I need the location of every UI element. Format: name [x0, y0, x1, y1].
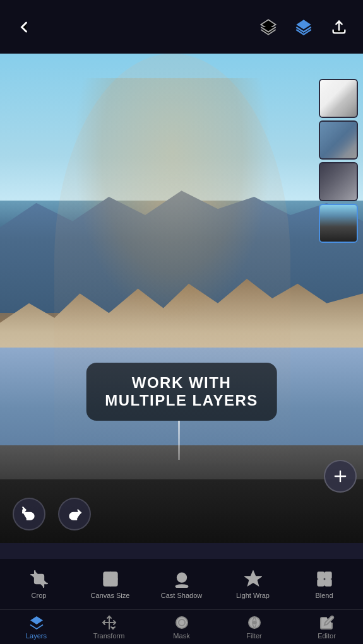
cast-shadow-tool[interactable]: Cast Shadow	[160, 569, 204, 599]
layers-panel	[319, 79, 358, 243]
header-left	[13, 16, 35, 38]
svg-marker-17	[30, 616, 43, 624]
light-wrap-icon	[243, 569, 263, 589]
canvas-size-tool[interactable]: Canvas Size	[88, 569, 133, 599]
redo-button[interactable]	[58, 498, 91, 530]
undo-redo-controls	[13, 498, 91, 530]
layer-thumb-2[interactable]	[319, 120, 358, 160]
nav-filter[interactable]: Filter	[229, 612, 280, 642]
canvas-size-icon	[100, 569, 121, 589]
nav-editor[interactable]: Editor	[302, 612, 352, 642]
canvas-text-overlay: Work with multiple layers	[86, 363, 277, 421]
add-layer-button[interactable]	[324, 460, 357, 493]
nav-filter-label: Filter	[246, 632, 261, 640]
overlay-line1: Work with	[105, 374, 258, 392]
svg-point-11	[177, 573, 186, 582]
svg-rect-16	[325, 580, 331, 585]
bottom-nav: Layers Transform Mask	[0, 609, 363, 644]
overlay-line2: multiple layers	[105, 392, 258, 409]
crop-label: Crop	[32, 592, 47, 599]
svg-rect-15	[318, 580, 323, 585]
light-wrap-label: Light Wrap	[236, 592, 270, 599]
layer-thumb-4[interactable]	[319, 204, 358, 243]
header	[0, 0, 363, 54]
nav-transform[interactable]: Transform	[84, 612, 134, 642]
nav-mask-label: Mask	[173, 632, 189, 640]
cast-shadow-icon	[172, 569, 192, 589]
nav-layers-label: Layers	[26, 632, 47, 640]
undo-button[interactable]	[13, 498, 45, 530]
nav-transform-label: Transform	[93, 632, 125, 640]
crop-tool[interactable]: Crop	[17, 569, 61, 599]
back-button[interactable]	[13, 16, 35, 38]
blend-icon	[314, 569, 335, 589]
mask-nav-icon	[174, 614, 190, 631]
nav-layers[interactable]: Layers	[11, 612, 62, 642]
header-right	[257, 16, 350, 38]
layer-thumb-1[interactable]	[319, 79, 358, 118]
nav-editor-label: Editor	[318, 632, 336, 640]
editor-nav-icon	[319, 614, 335, 631]
layers-filled-icon[interactable]	[292, 16, 315, 38]
nav-mask[interactable]: Mask	[157, 612, 207, 642]
svg-rect-14	[325, 573, 331, 578]
canvas-area: Work with multiple layers	[0, 54, 363, 543]
cast-shadow-label: Cast Shadow	[161, 592, 202, 599]
transform-nav-icon	[101, 614, 117, 631]
light-wrap-tool[interactable]: Light Wrap	[231, 569, 275, 599]
svg-point-21	[179, 619, 185, 626]
layer-thumb-3[interactable]	[319, 162, 358, 201]
filter-nav-icon	[246, 614, 263, 631]
canvas-image: Work with multiple layers	[0, 54, 363, 543]
canvas-size-label: Canvas Size	[91, 592, 130, 599]
svg-rect-13	[318, 573, 323, 578]
blend-tool[interactable]: Blend	[302, 569, 347, 599]
blend-label: Blend	[315, 592, 333, 599]
export-icon[interactable]	[328, 16, 350, 38]
bottom-toolbar: Crop Canvas Size Cast Shadow	[0, 559, 363, 609]
svg-point-12	[176, 585, 187, 588]
layers-outline-icon[interactable]	[257, 16, 280, 38]
crop-icon	[29, 569, 49, 589]
svg-point-6	[108, 577, 112, 582]
layers-nav-icon	[28, 614, 45, 631]
